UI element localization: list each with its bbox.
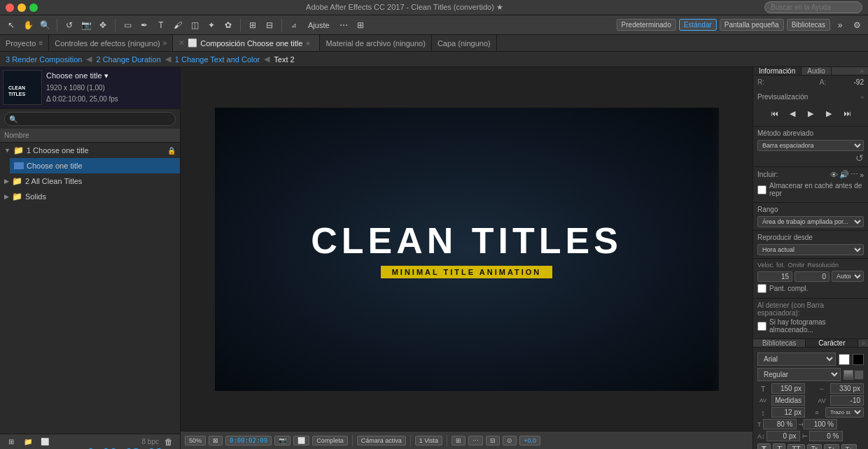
close-button[interactable] xyxy=(6,3,14,12)
expand-panels-icon[interactable]: » xyxy=(833,18,847,32)
minimize-button[interactable] xyxy=(18,3,26,12)
null-swatch[interactable] xyxy=(854,370,864,380)
small-caps-btn[interactable]: Tr xyxy=(807,444,822,450)
rango-select[interactable]: Área de trabajo ampliada por... xyxy=(757,216,864,227)
list-item-3[interactable]: ▶ 📁 2 All Clean Titles xyxy=(0,173,180,189)
font-name-select[interactable]: Arial xyxy=(757,352,836,366)
pen-tool[interactable]: ✒ xyxy=(137,18,151,32)
font-style-select[interactable]: Regular xyxy=(757,368,841,381)
expand-toggle[interactable]: » xyxy=(860,171,864,179)
preview-expand[interactable]: » xyxy=(860,94,864,101)
new-comp-icon[interactable]: ⊞ xyxy=(4,435,18,449)
text-tool[interactable]: T xyxy=(154,18,168,32)
zoom-tool[interactable]: 🔍 xyxy=(38,18,52,32)
list-item-1[interactable]: ▼ 📁 1 Choose one title 🔒 xyxy=(0,143,180,158)
tab-audio[interactable]: Audio xyxy=(802,67,832,75)
tab-informacion[interactable]: Información xyxy=(753,67,802,75)
quality-btn[interactable]: Completa xyxy=(312,436,348,446)
zoom-btn[interactable]: 50% xyxy=(185,436,206,446)
close-proyecto[interactable]: ≡ xyxy=(38,39,43,47)
bibliotecas-btn[interactable]: Bibliotecas xyxy=(787,19,830,31)
tab-composicion[interactable]: ✕ ⬜ Composición Choose one title ★ xyxy=(173,35,320,51)
delete-icon[interactable]: 🗑 xyxy=(162,435,176,449)
brush-tool[interactable]: 🖌 xyxy=(171,18,185,32)
select-tool[interactable]: ↖ xyxy=(4,18,18,32)
faux-italic-btn[interactable]: T xyxy=(773,443,786,449)
super-btn[interactable]: T↑ xyxy=(824,444,839,449)
expand-arrow-1[interactable]: ▼ xyxy=(4,147,10,154)
camera-tool[interactable]: 📷 xyxy=(79,18,93,32)
prev-frame-btn[interactable]: ⏮ xyxy=(767,106,781,120)
method-reset-btn[interactable]: ↺ xyxy=(855,152,864,164)
resolution-btn[interactable]: ⊠ xyxy=(209,436,223,446)
canvas-viewport[interactable]: CLEAN TITLES MINIMAL TITLE ANIMATION xyxy=(181,67,752,431)
audio-toggle[interactable]: 🔊 xyxy=(839,170,849,179)
camera-btn[interactable]: Cámara activa xyxy=(357,436,406,446)
repro-select[interactable]: Hora actual xyxy=(757,244,864,255)
new-folder-icon[interactable]: 📁 xyxy=(21,435,35,449)
preview-region-btn[interactable]: +0,0 xyxy=(519,436,540,446)
omitir-input[interactable] xyxy=(794,271,830,282)
new-item-icon[interactable]: ⬜ xyxy=(38,435,52,449)
detener-checkbox[interactable] xyxy=(757,322,766,331)
list-item-2[interactable]: Choose one title xyxy=(10,158,180,173)
char-expand[interactable]: » xyxy=(858,339,868,347)
snap-icon[interactable]: ⋯ xyxy=(337,18,351,32)
all-caps-btn[interactable]: TT xyxy=(788,444,804,450)
breadcrumb-render[interactable]: 3 Render Composition xyxy=(6,55,82,64)
play-btn[interactable]: ▶ xyxy=(804,106,818,120)
estandar-btn[interactable]: Estándar xyxy=(679,19,717,31)
breadcrumb-duration[interactable]: 2 Change Duration xyxy=(96,55,160,64)
gradient-swatch[interactable] xyxy=(844,370,853,380)
timeline-time-display[interactable]: 0:00:02:09 xyxy=(87,446,162,449)
window-controls[interactable] xyxy=(6,3,38,12)
time-display[interactable]: 0:00:02:09 xyxy=(225,436,272,446)
tab-controles[interactable]: Controles de efectos (ninguno) » xyxy=(49,35,173,51)
info-expand[interactable]: » xyxy=(855,67,868,75)
horiz-scale-val[interactable]: 100 % xyxy=(804,419,837,429)
vert-scale-val[interactable]: 80 % xyxy=(763,419,797,429)
forward-btn[interactable]: ▶ xyxy=(822,106,836,120)
faux-bold-btn[interactable]: T xyxy=(757,443,771,449)
predeterminado-btn[interactable]: Predeterminado xyxy=(617,19,676,31)
tab-proyecto[interactable]: Proyecto ≡ xyxy=(0,35,49,51)
rotate-tool[interactable]: ↺ xyxy=(62,18,76,32)
view-btn[interactable]: 1 Vista xyxy=(415,436,442,446)
ov-toggle[interactable]: ⋯ xyxy=(850,170,858,179)
guide-tool[interactable]: ⊟ xyxy=(262,18,276,32)
list-item-4[interactable]: ▶ 📁 Solids xyxy=(0,189,180,204)
overlay-btn[interactable]: ⊟ xyxy=(486,436,500,446)
sub-btn[interactable]: T↓ xyxy=(841,444,857,449)
eye-toggle[interactable]: 👁 xyxy=(830,171,838,179)
eraser-tool[interactable]: ◫ xyxy=(188,18,202,32)
next-frame-btn[interactable]: ⏭ xyxy=(840,106,854,120)
font-size-val[interactable]: 150 px xyxy=(771,383,805,394)
reset-btn[interactable]: ⊙ xyxy=(503,436,517,446)
rewind-btn[interactable]: ◀ xyxy=(785,106,799,120)
method-select[interactable]: Barra espaciadora xyxy=(757,140,864,151)
baseline-val[interactable]: 0 px xyxy=(766,431,800,441)
help-search[interactable] xyxy=(764,1,862,13)
stamp-tool[interactable]: ✦ xyxy=(204,18,218,32)
tab-bibliotecas[interactable]: Bibliotecas xyxy=(753,339,806,347)
close-controles[interactable]: » xyxy=(163,39,167,47)
prefs-icon[interactable]: ⚙ xyxy=(850,18,864,32)
grid-tool[interactable]: ⊞ xyxy=(246,18,260,32)
tracking-val[interactable]: 330 px xyxy=(830,383,864,394)
maximize-button[interactable] xyxy=(29,3,38,12)
expand-icon[interactable]: ⊞ xyxy=(354,18,368,32)
breadcrumb-text[interactable]: 1 Change Text and Color xyxy=(175,55,260,64)
project-search-bar[interactable]: 🔍 xyxy=(4,112,176,126)
expand-arrow-3[interactable]: ▶ xyxy=(4,178,9,185)
snap-canvas-btn[interactable]: ⋯ xyxy=(468,436,483,446)
leading-val[interactable]: 12 px xyxy=(771,407,805,418)
preview-title[interactable]: Choose one title ▾ xyxy=(46,70,118,83)
align-icon[interactable]: ⊿ xyxy=(287,18,301,32)
font-color-white[interactable] xyxy=(839,354,850,365)
tsume-val[interactable]: 0 % xyxy=(809,431,843,441)
tab-capa[interactable]: Capa (ninguno) xyxy=(432,35,497,51)
kerning-val[interactable]: -10 xyxy=(830,395,864,406)
pantalla-btn[interactable]: Pantalla pequeña xyxy=(720,19,784,31)
rect-tool[interactable]: ▭ xyxy=(120,18,134,32)
guides-btn[interactable]: ⊞ xyxy=(451,436,465,446)
